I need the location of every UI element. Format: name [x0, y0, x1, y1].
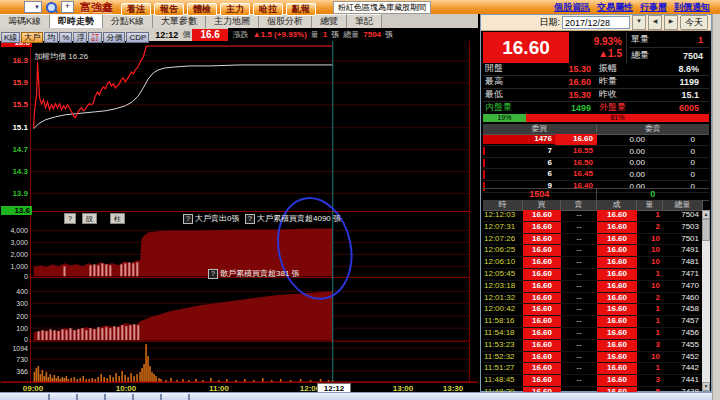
chart-toggle-1[interactable]: 大戶	[21, 32, 43, 43]
trade-row: 11:51:2716.60--16.6017442	[483, 363, 703, 375]
trade-bid: 16.60	[523, 234, 561, 245]
volume-bar	[151, 372, 153, 382]
ask-qty: 0	[655, 170, 709, 179]
volume-bar	[34, 372, 36, 382]
book-row: 147616.600.000	[483, 134, 709, 146]
tab-6[interactable]: 總覽	[312, 14, 347, 28]
treasury-stripe	[58, 331, 60, 340]
topbar-link-1[interactable]: 交易屬性	[597, 1, 633, 14]
scroll-thumb[interactable]	[702, 219, 710, 241]
trade-col-header: 賣	[561, 200, 597, 210]
total-vol-value: 7504	[663, 51, 709, 61]
help-icon[interactable]: ?	[208, 269, 218, 279]
volume-bar	[121, 371, 123, 382]
volume-bar	[36, 368, 38, 382]
chart-toggle-6[interactable]: 分價	[103, 32, 125, 43]
book-row: 616.450.000	[483, 169, 709, 181]
pane-bar-button[interactable]: 柱	[110, 213, 125, 224]
toolbar-button-1[interactable]: 報告	[154, 3, 184, 16]
bid-qty-cell: 6	[483, 158, 555, 169]
chart-toggle-3[interactable]: %	[59, 32, 72, 43]
trade-ask: --	[561, 352, 597, 363]
trade-total: 7452	[663, 352, 703, 363]
bid-qty-cell: 1476	[483, 134, 555, 145]
treasury-stripe	[69, 328, 71, 340]
scroll-down-icon[interactable]: ▼	[702, 382, 710, 391]
pane-help-button[interactable]: ?	[64, 213, 76, 224]
prev-day-button[interactable]: ◀	[648, 15, 662, 30]
tab-4[interactable]: 主力地圖	[206, 14, 259, 28]
bid-price: 16.45	[555, 169, 597, 180]
stock-picker-dropdown[interactable]: ▼	[24, 1, 42, 13]
trade-price: 16.60	[597, 304, 637, 315]
trade-bid: 16.60	[523, 375, 561, 386]
trade-time: 12:06:10	[483, 257, 523, 268]
stock-title: 富強鑫	[80, 0, 113, 15]
trade-volume: 1	[637, 304, 663, 315]
toolbar-button-3[interactable]: 主力	[220, 3, 250, 16]
treasury-stripe	[136, 262, 138, 276]
trade-time: 12:01:32	[483, 293, 523, 304]
trade-bid: 16.60	[523, 352, 561, 363]
toolbar-button-4[interactable]: 哈拉	[253, 3, 283, 16]
trade-price: 16.60	[597, 210, 637, 221]
tab-5[interactable]: 個股分析	[259, 14, 312, 28]
trade-col-header: 時	[483, 200, 523, 210]
date-row: 日期: ▼ ◀ ▶ 今天	[481, 15, 711, 31]
trade-bid: 16.60	[523, 269, 561, 280]
treasury-stripe	[120, 264, 122, 276]
search-icon[interactable]	[46, 2, 57, 13]
trade-col-header: 成	[597, 200, 637, 210]
trade-bid: 16.60	[523, 293, 561, 304]
y-axis-label: 1,000	[1, 263, 28, 270]
volume-bar	[153, 374, 155, 382]
topbar-link-2[interactable]: 行事曆	[640, 1, 667, 14]
trade-volume: 10	[637, 234, 663, 245]
toolbar-button-0[interactable]: 看法	[121, 3, 151, 16]
trade-price: 16.60	[597, 363, 637, 374]
change-block: 9.93% ▲1.5	[571, 32, 627, 63]
pane-settings-button[interactable]: 設	[82, 213, 97, 224]
volume-label: 量	[311, 29, 319, 40]
help-icon[interactable]: ?	[245, 214, 255, 224]
horizontal-scrollbar[interactable]	[0, 392, 712, 400]
ask-qty: 0	[655, 158, 709, 167]
today-button[interactable]: 今天	[680, 15, 708, 30]
topbar-link-0[interactable]: 個股資訊	[554, 1, 590, 14]
volume-bar	[50, 374, 52, 382]
quote-strip: 漲跌 ▲1.5 (+9.93%) 量 1 張 總量 7504 張	[228, 28, 478, 41]
bid-qty: 1476	[534, 134, 552, 145]
bid-depth-bar	[483, 159, 485, 168]
date-dropdown-icon[interactable]: ▼	[632, 15, 646, 30]
chart-toggle-7[interactable]: CDP	[126, 32, 149, 43]
chart-toggle-5[interactable]: 訂	[88, 32, 102, 43]
y-axis-label: 200	[1, 313, 28, 320]
intraday-chart: 16.616.315.915.515.114.714.313.913.64,00…	[0, 41, 478, 392]
chart-toggle-2[interactable]: 均	[44, 32, 58, 43]
toolbar-button-5[interactable]: 亂報	[286, 3, 316, 16]
chart-toggle-4[interactable]: 浮	[73, 32, 87, 43]
tab-3[interactable]: 大單參數	[153, 14, 206, 28]
chart-control-row: K線大戶均%浮訂分價CDP 12:12 價 16.6 漲跌 ▲1.5 (+9.9…	[0, 28, 478, 41]
trade-row: 12:05:4516.60--16.6017471	[483, 269, 703, 281]
chart-toggle-0[interactable]: K線	[1, 32, 20, 43]
app-window: ▼ + 富強鑫 看法報告體檢主力哈拉亂報 粉紅色區塊為庫藏股期間 個股資訊交易屬…	[0, 0, 720, 400]
scroll-up-icon[interactable]: ▲	[702, 210, 710, 219]
trade-list-scrollbar[interactable]: ▲ ▼	[702, 210, 710, 391]
treasury-stripe	[97, 265, 99, 276]
date-input[interactable]	[562, 16, 630, 29]
volume-bar	[143, 364, 145, 382]
next-day-button[interactable]: ▶	[664, 15, 678, 30]
help-icon[interactable]: ?	[183, 214, 193, 224]
bid-price: 16.55	[555, 146, 597, 157]
treasury-stripe	[137, 325, 139, 340]
treasury-stripe	[85, 330, 87, 340]
trade-time: 12:12:03	[483, 210, 523, 221]
bid-header: 委買	[483, 124, 597, 134]
toolbar-button-2[interactable]: 體檢	[187, 3, 217, 16]
price-badge: 16.6	[192, 29, 227, 41]
topbar-link-3[interactable]: 到價通知	[674, 1, 710, 14]
tab-7[interactable]: 筆記	[347, 14, 382, 28]
add-button[interactable]: +	[61, 1, 74, 13]
trade-price: 16.60	[597, 375, 637, 386]
